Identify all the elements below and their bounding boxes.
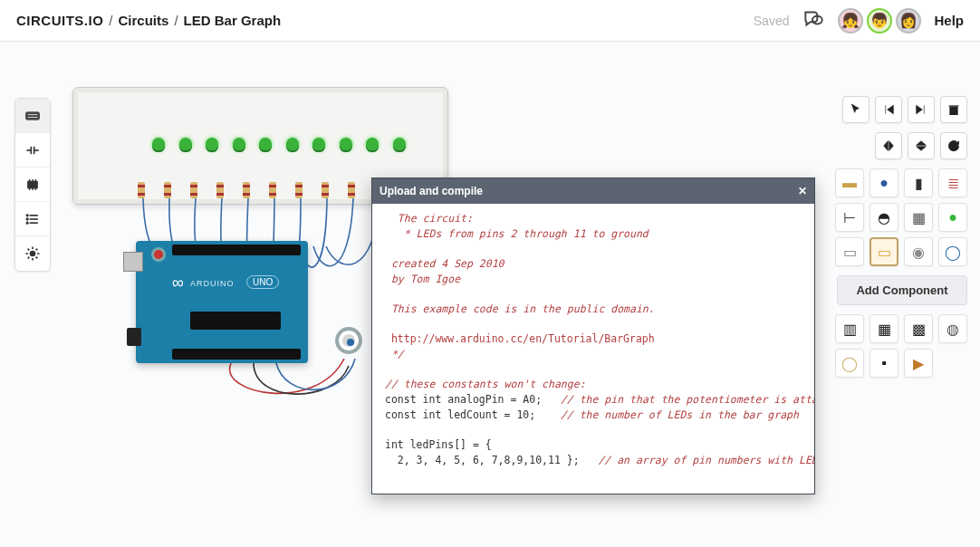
capacitor-electro-comp[interactable]: ▮ (904, 168, 933, 197)
arduino-brand-label: ARDUINO (190, 279, 235, 288)
list-view-icon[interactable] (15, 202, 50, 236)
brand-name[interactable]: CIRCUITS.IO (16, 13, 103, 28)
led[interactable] (259, 138, 272, 150)
led[interactable] (366, 138, 379, 150)
design-canvas[interactable]: ∞ ARDUINO UNO Upload and compile ✕ The c… (0, 42, 980, 547)
save-status: Saved (754, 14, 790, 28)
motor-comp[interactable]: ▭ (870, 237, 898, 266)
speaker-comp[interactable]: ◯ (938, 237, 967, 266)
svg-point-18 (26, 215, 28, 216)
capacitor-disc-comp[interactable]: ● (870, 168, 898, 197)
skip-back-icon[interactable] (875, 96, 902, 123)
code-panel-title: Upload and compile (380, 185, 483, 197)
transform-tools-row (831, 132, 967, 159)
ic555-comp[interactable]: ▪ (870, 349, 898, 378)
flip-vertical-icon[interactable] (908, 132, 935, 159)
led[interactable] (393, 138, 406, 150)
svg-rect-8 (28, 181, 37, 187)
led[interactable] (312, 138, 325, 150)
led-comp[interactable]: ● (938, 203, 967, 232)
settings-icon[interactable] (15, 236, 50, 271)
collaborator-avatars: 👧 👦 👩 (838, 8, 921, 34)
pointer-icon[interactable] (842, 96, 870, 123)
rotate-icon[interactable] (940, 132, 967, 159)
usb-port (123, 252, 143, 272)
power-jack (127, 328, 141, 346)
arduino-logo-icon: ∞ (172, 274, 184, 293)
connector-round-comp[interactable]: ◍ (938, 314, 967, 343)
resistor[interactable] (295, 182, 303, 198)
led[interactable] (340, 138, 352, 150)
avatar[interactable]: 👦 (867, 8, 892, 34)
arduino-model-label: UNO (246, 275, 279, 289)
left-toolbar (14, 98, 51, 272)
breadcrumb-project[interactable]: LED Bar Graph (184, 13, 282, 28)
chat-icon[interactable] (802, 7, 825, 34)
trash-icon[interactable] (940, 96, 967, 123)
flip-horizontal-icon[interactable] (875, 132, 902, 159)
ic-small-comp[interactable]: ▦ (904, 203, 933, 232)
help-link[interactable]: Help (934, 13, 964, 28)
svg-point-19 (26, 218, 28, 220)
atmega-chip (190, 312, 281, 330)
led[interactable] (179, 138, 192, 150)
code-panel-titlebar[interactable]: Upload and compile ✕ (372, 178, 814, 204)
resistor[interactable] (243, 182, 250, 198)
reset-button[interactable] (154, 250, 163, 259)
app-header: CIRCUITS.IO / Circuits / LED Bar Graph S… (0, 0, 980, 42)
servo-comp[interactable]: ▭ (835, 237, 864, 266)
terminal-comp[interactable]: ▶ (904, 349, 933, 378)
header-strip-comp[interactable]: ≣ (938, 168, 967, 197)
svg-rect-3 (27, 116, 38, 118)
arduino-board[interactable]: ∞ ARDUINO UNO (136, 241, 308, 363)
svg-point-20 (26, 222, 28, 224)
chip-view-icon[interactable] (15, 168, 50, 202)
resistor[interactable] (322, 182, 329, 198)
add-component-button[interactable]: Add Component (837, 275, 967, 305)
diode-comp[interactable]: ⊢ (835, 203, 864, 232)
resistor[interactable] (216, 182, 224, 198)
breadcrumb-circuits[interactable]: Circuits (119, 13, 169, 28)
chip16-comp[interactable]: ▦ (870, 314, 898, 343)
chip8-comp[interactable]: ▥ (835, 314, 864, 343)
chip28-comp[interactable]: ▩ (904, 314, 933, 343)
breadcrumb: CIRCUITS.IO / Circuits / LED Bar Graph (16, 13, 281, 28)
edit-tools-row (831, 96, 967, 123)
resistor[interactable] (269, 182, 276, 198)
code-editor-panel[interactable]: Upload and compile ✕ The circuit: * LEDs… (371, 178, 815, 494)
potentiometer[interactable] (335, 327, 362, 354)
right-panel: ▬●▮≣⊢◓▦●▭▭◉◯ Add Component ▥▦▩◍◯▪▶ (831, 96, 967, 378)
avatar[interactable]: 👧 (838, 8, 863, 34)
close-icon[interactable]: ✕ (798, 185, 807, 197)
resistor-row (138, 182, 381, 198)
component-grid-2: ▥▦▩◍◯▪▶ (831, 314, 967, 378)
resistor[interactable] (138, 182, 145, 198)
led[interactable] (152, 138, 165, 150)
transistor-comp[interactable]: ◓ (870, 203, 898, 232)
component-grid: ▬●▮≣⊢◓▦●▭▭◉◯ (831, 168, 967, 266)
schematic-view-icon[interactable] (15, 133, 50, 168)
digital-header[interactable] (172, 245, 301, 255)
skip-forward-icon[interactable] (908, 96, 935, 123)
resistor-comp[interactable]: ▬ (835, 168, 864, 197)
led-row (152, 138, 406, 150)
led[interactable] (233, 138, 245, 150)
coin-cell-comp[interactable]: ◯ (835, 349, 864, 378)
resistor[interactable] (164, 182, 171, 198)
svg-point-21 (31, 252, 35, 256)
svg-rect-22 (950, 107, 957, 114)
resistor[interactable] (190, 182, 197, 198)
led[interactable] (286, 138, 299, 150)
analog-header[interactable] (172, 349, 301, 360)
code-editor-body[interactable]: The circuit: * LEDs from pins 2 through … (372, 204, 814, 494)
resistor[interactable] (348, 182, 355, 198)
button-comp[interactable]: ◉ (904, 237, 933, 266)
avatar[interactable]: 👩 (896, 8, 921, 34)
breadboard-view-icon[interactable] (15, 99, 50, 133)
svg-rect-2 (27, 113, 38, 115)
led[interactable] (206, 138, 218, 150)
